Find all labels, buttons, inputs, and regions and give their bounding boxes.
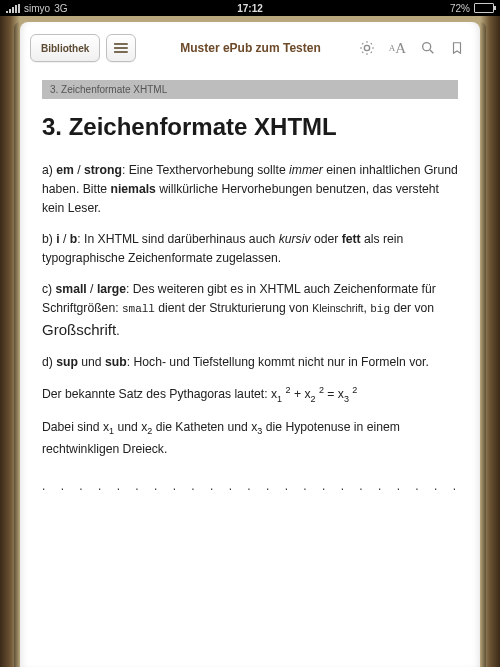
text: = x <box>324 387 344 401</box>
library-button-label: Bibliothek <box>41 43 89 54</box>
text: / <box>60 232 70 246</box>
superscript: 2 <box>352 385 357 395</box>
paragraph-a: a) em / strong: Eine Texthervorhebung so… <box>42 161 458 218</box>
book-title: Muster ePub zum Testen <box>142 41 358 55</box>
term-sub: sub <box>105 355 127 369</box>
text: Dabei sind x <box>42 420 109 434</box>
signal-icon <box>6 4 20 13</box>
term-em: em <box>56 163 74 177</box>
book-background: Bibliothek Muster ePub zum Testen AA <box>0 16 500 667</box>
paragraph-d: d) sup und sub: Hoch- und Tiefstellung k… <box>42 353 458 372</box>
search-icon <box>420 40 436 56</box>
text: : Eine Texthervorhebung sollte <box>122 163 289 177</box>
paragraph-c: c) small / large: Des weiteren gibt es i… <box>42 280 458 341</box>
bookmark-button[interactable] <box>450 40 464 56</box>
text-italic: kursiv <box>279 232 311 246</box>
toolbar: Bibliothek Muster ePub zum Testen AA <box>20 22 480 68</box>
paragraph-b: b) i / b: In XHTML sind darüberhinaus au… <box>42 230 458 268</box>
text: die Katheten und x <box>152 420 257 434</box>
text: Der bekannte Satz des Pythagoras lautet:… <box>42 387 277 401</box>
term-large: large <box>97 282 126 296</box>
text-bigfont: Großschrift <box>42 321 116 338</box>
text-smallfont: Kleinschrift <box>312 302 363 314</box>
term-small: small <box>56 282 87 296</box>
svg-point-1 <box>423 43 431 51</box>
clock: 17:12 <box>237 3 263 14</box>
code-small: small <box>122 303 155 315</box>
battery-percent: 72% <box>450 3 470 14</box>
text: c) <box>42 282 56 296</box>
term-strong: strong <box>84 163 122 177</box>
text-italic: immer <box>289 163 323 177</box>
text: und <box>78 355 105 369</box>
brightness-icon <box>359 40 375 56</box>
text: b) <box>42 232 56 246</box>
text: : In XHTML sind darüberhinaus auch <box>77 232 278 246</box>
text: dient der Strukturierung von <box>155 301 312 315</box>
text: der von <box>390 301 434 315</box>
bookmark-icon <box>450 40 464 56</box>
page-heading: 3. Zeichenformate XHTML <box>42 111 458 143</box>
text: oder <box>311 232 342 246</box>
text: + x <box>291 387 311 401</box>
text: und x <box>114 420 147 434</box>
toc-button[interactable] <box>106 34 136 62</box>
search-button[interactable] <box>420 40 436 56</box>
chapter-header-bar: 3. Zeichenformate XHTML <box>42 80 458 99</box>
subscript: 2 <box>311 394 316 404</box>
font-size-button[interactable]: AA <box>389 40 406 57</box>
term-sup: sup <box>56 355 78 369</box>
carrier-label: simyo <box>24 3 50 14</box>
toc-icon <box>114 43 128 53</box>
code-big: big <box>370 303 390 315</box>
library-button[interactable]: Bibliothek <box>30 34 100 62</box>
text-bold: niemals <box>110 182 155 196</box>
text: : Hoch- und Tiefstellung kommt nicht nur… <box>127 355 429 369</box>
text-bold: fett <box>342 232 361 246</box>
font-size-icon-large: A <box>395 40 406 57</box>
text: a) <box>42 163 56 177</box>
section-separator-dots: . . . . . . . . . . . . . . . . . . . . … <box>42 471 458 493</box>
text: / <box>87 282 97 296</box>
paragraph-katheten: Dabei sind x1 und x2 die Katheten und x3… <box>42 418 458 458</box>
paragraph-pythagoras: Der bekannte Satz des Pythagoras lautet:… <box>42 384 458 406</box>
text: / <box>74 163 84 177</box>
text: d) <box>42 355 56 369</box>
battery-icon <box>474 3 494 13</box>
network-label: 3G <box>54 3 67 14</box>
text: . <box>116 324 119 338</box>
svg-point-0 <box>364 45 369 50</box>
page[interactable]: Bibliothek Muster ePub zum Testen AA <box>20 22 480 667</box>
status-bar: simyo 3G 17:12 72% <box>0 0 500 16</box>
brightness-button[interactable] <box>359 40 375 56</box>
page-content: 3. Zeichenformate XHTML 3. Zeichenformat… <box>20 68 480 493</box>
